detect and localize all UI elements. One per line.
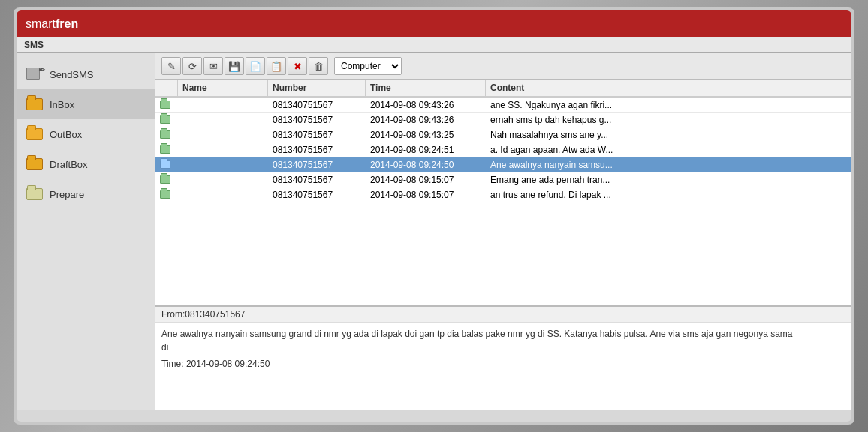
row-name-cell <box>178 128 268 142</box>
row-time-cell: 2014-09-08 09:43:26 <box>366 112 486 127</box>
col-name: Name <box>178 80 268 96</box>
row-content-cell: an trus ane refund. Di lapak ... <box>486 188 851 202</box>
outbox-folder-icon <box>24 125 45 143</box>
copy-button[interactable]: 📄 <box>246 57 265 75</box>
row-content-cell: ernah sms tp dah kehapus g... <box>486 112 851 127</box>
logo: smartfren <box>26 17 78 31</box>
row-number-cell: 081340751567 <box>268 98 366 112</box>
row-folder-icon <box>160 160 170 169</box>
sidebar-label-sendsms: SendSMS <box>50 69 94 80</box>
row-icon-cell <box>155 98 178 112</box>
save-button[interactable]: 💾 <box>225 57 244 75</box>
row-time-cell: 2014-09-08 09:24:51 <box>366 142 486 157</box>
row-number-cell: 081340751567 <box>268 128 366 142</box>
row-folder-icon <box>160 146 170 154</box>
inbox-folder-icon <box>24 95 45 113</box>
draftbox-folder-icon <box>24 155 45 173</box>
toolbar: ✎ ⟳ ✉ 💾 📄 📋 ✖ 🗑 Computer SIM Card <box>155 53 851 80</box>
outer-frame: smartfren SMS SendSMS InBox <box>14 8 854 424</box>
sidebar-label-outbox: OutBox <box>50 129 82 140</box>
row-number-cell: 081340751567 <box>268 112 366 127</box>
row-time-cell: 2014-09-08 09:43:26 <box>366 98 486 112</box>
row-content-cell: Nah masalahnya sms ane y... <box>486 128 851 142</box>
sidebar: SendSMS InBox OutBox <box>17 53 155 410</box>
main-content: SendSMS InBox OutBox <box>17 53 851 410</box>
row-name-cell <box>178 112 268 127</box>
row-number-cell: 081340751567 <box>268 142 366 157</box>
table-row[interactable]: 081340751567 2014-09-08 09:24:51 a. Id a… <box>155 142 851 158</box>
col-time: Time <box>366 80 486 96</box>
trash-button[interactable]: 🗑 <box>309 57 328 75</box>
row-number-cell: 081340751567 <box>268 172 366 187</box>
table-header: Name Number Time Content <box>155 80 851 98</box>
row-icon-cell <box>155 142 178 157</box>
source-dropdown-wrapper: Computer SIM Card <box>334 57 402 75</box>
row-folder-icon <box>160 100 170 109</box>
col-icon <box>155 80 178 96</box>
logo-fren: fren <box>56 17 78 31</box>
row-icon-cell <box>155 172 178 187</box>
source-select[interactable]: Computer SIM Card <box>334 57 402 75</box>
row-time-cell: 2014-09-08 09:15:07 <box>366 172 486 187</box>
table-row[interactable]: 081340751567 2014-09-08 09:43:25 Nah mas… <box>155 128 851 142</box>
row-time-cell: 2014-09-08 09:43:25 <box>366 128 486 142</box>
row-time-cell: 2014-09-08 09:24:50 <box>366 158 486 172</box>
message-preview-area: From:081340751567 Ane awalnya nanyain sa… <box>155 305 851 410</box>
row-icon-cell <box>155 128 178 142</box>
row-content-cell: ane SS. Ngakunya agan fikri... <box>486 98 851 112</box>
preview-body-line2: di <box>161 340 845 354</box>
sidebar-item-inbox[interactable]: InBox <box>17 89 155 119</box>
sidebar-label-prepare: Prepare <box>50 189 84 200</box>
table-row-selected[interactable]: 081340751567 2014-09-08 09:24:50 Ane awa… <box>155 158 851 172</box>
row-icon-cell <box>155 112 178 127</box>
row-folder-icon <box>160 190 170 199</box>
table-row[interactable]: 081340751567 2014-09-08 09:43:26 ernah s… <box>155 112 851 128</box>
table-body: 081340751567 2014-09-08 09:43:26 ane SS.… <box>155 98 851 305</box>
row-content-cell: a. Id agan apaan. Atw ada W... <box>486 142 851 157</box>
row-name-cell <box>178 188 268 202</box>
sidebar-label-inbox: InBox <box>50 99 74 110</box>
sidebar-label-draftbox: DraftBox <box>50 159 88 170</box>
preview-body-time: Time: 2014-09-08 09:24:50 <box>161 357 845 370</box>
compose-button[interactable]: ✉ <box>203 57 223 75</box>
preview-from: From:081340751567 <box>155 307 851 322</box>
preview-body-line1: Ane awalnya nanyain samsung grand di nmr… <box>161 327 845 340</box>
row-name-cell <box>178 158 268 172</box>
preview-body: Ane awalnya nanyain samsung grand di nmr… <box>155 322 851 410</box>
row-name-cell <box>178 142 268 157</box>
sidebar-item-sendsms[interactable]: SendSMS <box>17 59 155 89</box>
table-row[interactable]: 081340751567 2014-09-08 09:15:07 an trus… <box>155 188 851 202</box>
row-name-cell <box>178 172 268 187</box>
row-number-cell: 081340751567 <box>268 158 366 172</box>
message-table-area: Name Number Time Content 081340751567 20… <box>155 80 851 410</box>
edit-button[interactable]: ✎ <box>161 57 181 75</box>
sidebar-item-draftbox[interactable]: DraftBox <box>17 149 155 179</box>
sms-section-label: SMS <box>17 38 851 53</box>
table-row[interactable]: 081340751567 2014-09-08 09:43:26 ane SS.… <box>155 98 851 112</box>
inner-frame: smartfren SMS SendSMS InBox <box>17 10 851 422</box>
row-folder-icon <box>160 116 170 124</box>
col-content: Content <box>486 80 851 96</box>
refresh-button[interactable]: ⟳ <box>182 57 202 75</box>
header-bar: smartfren <box>17 10 851 38</box>
row-folder-icon <box>160 176 170 184</box>
row-icon-cell <box>155 158 178 172</box>
sidebar-item-outbox[interactable]: OutBox <box>17 119 155 149</box>
delete-button[interactable]: ✖ <box>288 57 307 75</box>
row-icon-cell <box>155 188 178 202</box>
prepare-icon <box>24 185 45 203</box>
row-number-cell: 081340751567 <box>268 188 366 202</box>
row-content-cell: Emang ane ada pernah tran... <box>486 172 851 187</box>
sendsms-icon <box>24 65 45 83</box>
sidebar-item-prepare[interactable]: Prepare <box>17 179 155 209</box>
logo-smart: smart <box>26 17 56 31</box>
paste-button[interactable]: 📋 <box>267 57 286 75</box>
row-content-cell: Ane awalnya nanyain samsu... <box>486 158 851 172</box>
table-row[interactable]: 081340751567 2014-09-08 09:15:07 Emang a… <box>155 172 851 188</box>
right-panel: ✎ ⟳ ✉ 💾 📄 📋 ✖ 🗑 Computer SIM Card <box>155 53 851 410</box>
row-time-cell: 2014-09-08 09:15:07 <box>366 188 486 202</box>
col-number: Number <box>268 80 366 96</box>
row-name-cell <box>178 98 268 112</box>
row-folder-icon <box>160 130 170 139</box>
